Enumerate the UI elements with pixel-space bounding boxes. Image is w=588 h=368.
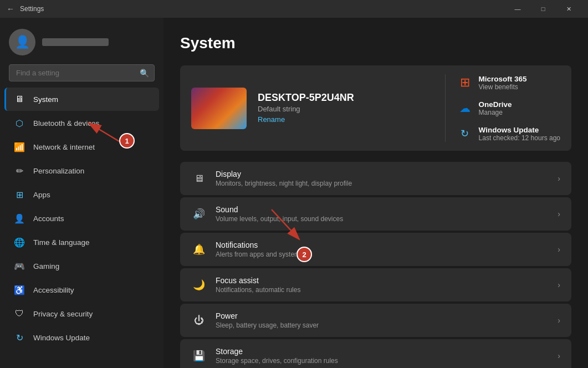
windows-update-icon: ↻ [13,331,25,344]
page-title: System [180,34,571,52]
notifications-title: Notifications [216,241,549,249]
sidebar-item-label: Accounts [33,214,64,223]
maximize-button[interactable]: □ [530,0,556,18]
sidebar-item-privacy[interactable]: 🛡 Privacy & security [4,302,159,325]
device-card: DESKTOP-5P2U4NR Default string Rename ⊞ … [180,65,571,151]
power-title: Power [216,311,549,320]
windows-update-action-title: Windows Update [479,126,560,134]
sidebar-item-windows-update[interactable]: ↻ Windows Update [4,326,159,349]
sidebar-item-label: Time & language [33,238,90,247]
sound-subtitle: Volume levels, output, input, sound devi… [216,215,549,223]
chevron-right-icon: › [558,174,560,183]
device-subtitle: Default string [258,105,434,113]
storage-title: Storage [216,347,549,356]
accessibility-icon: ♿ [13,284,25,296]
focus-assist-title: Focus assist [216,276,549,285]
sidebar-item-accessibility[interactable]: ♿ Accessibility [4,278,159,301]
sidebar-item-label: Network & internet [33,143,95,151]
annotation-badge-1: 1 [119,133,135,149]
onedrive-action[interactable]: ☁ OneDrive Manage [457,100,560,116]
sidebar-item-label: Privacy & security [33,310,93,318]
display-icon: 🖥 [191,171,207,186]
sidebar-item-label: Bluetooth & devices [33,119,99,127]
display-title: Display [216,170,549,178]
microsoft365-action[interactable]: ⊞ Microsoft 365 View benefits [457,74,560,91]
user-icon: 👤 [15,35,30,49]
microsoft365-title: Microsoft 365 [479,75,527,83]
username-placeholder [42,38,109,46]
chevron-right-icon: › [558,316,560,325]
sidebar-item-gaming[interactable]: 🎮 Gaming [4,254,159,278]
microsoft365-icon: ⊞ [457,74,473,91]
settings-list: 🖥 Display Monitors, brightness, night li… [180,162,571,368]
chevron-right-icon: › [558,280,560,289]
sidebar-item-label: Personalization [33,167,84,175]
window-title: Settings [20,5,44,13]
onedrive-title: OneDrive [479,100,512,109]
power-icon: ⏻ [191,313,207,328]
titlebar-left: ← Settings [7,4,44,13]
accounts-icon: 👤 [13,212,25,224]
privacy-icon: 🛡 [13,308,25,320]
power-subtitle: Sleep, battery usage, battery saver [216,321,549,329]
device-info: DESKTOP-5P2U4NR Default string Rename [258,92,434,124]
avatar: 👤 [9,29,35,55]
sidebar-item-bluetooth[interactable]: ⬡ Bluetooth & devices [4,111,159,135]
settings-row-sound[interactable]: 🔊 Sound Volume levels, output, input, so… [180,197,571,231]
settings-row-notifications[interactable]: 🔔 Notifications Alerts from apps and sys… [180,233,571,266]
close-button[interactable]: ✕ [556,0,581,18]
time-icon: 🌐 [13,236,25,248]
annotation-badge-2: 2 [296,247,312,262]
user-profile: 👤 [0,18,163,64]
rename-button[interactable]: Rename [258,115,285,124]
device-actions: ⊞ Microsoft 365 View benefits ☁ OneDrive… [445,74,560,142]
titlebar: ← Settings — □ ✕ [0,0,588,18]
windows-update-action-icon: ↻ [457,125,473,142]
chevron-right-icon: › [558,245,560,254]
settings-row-storage[interactable]: 💾 Storage Storage space, drives, configu… [180,339,571,368]
focus-assist-subtitle: Notifications, automatic rules [216,286,549,294]
search-icon: 🔍 [140,69,149,78]
onedrive-subtitle: Manage [479,109,512,116]
main-content: System DESKTOP-5P2U4NR Default string Re… [163,18,588,368]
storage-subtitle: Storage space, drives, configuration rul… [216,357,549,365]
bluetooth-icon: ⬡ [13,117,25,129]
sound-icon: 🔊 [191,206,207,222]
back-icon[interactable]: ← [7,4,14,13]
settings-row-focus-assist[interactable]: 🌙 Focus assist Notifications, automatic … [180,268,571,301]
focus-assist-icon: 🌙 [191,277,207,293]
sidebar-item-label: Gaming [33,262,59,270]
minimize-button[interactable]: — [505,0,530,18]
settings-row-display[interactable]: 🖥 Display Monitors, brightness, night li… [180,162,571,195]
network-icon: 📶 [13,141,25,153]
nav-menu: 🖥 System ⬡ Bluetooth & devices 📶 Network… [0,87,163,350]
sidebar-item-system[interactable]: 🖥 System [4,88,159,111]
app-body: 👤 🔍 🖥 System ⬡ Bl [0,18,588,368]
apps-icon: ⊞ [13,188,25,201]
sidebar: 👤 🔍 🖥 System ⬡ Bl [0,18,163,368]
microsoft365-subtitle: View benefits [479,83,527,91]
onedrive-icon: ☁ [457,100,473,116]
windows-update-action[interactable]: ↻ Windows Update Last checked: 12 hours … [457,125,560,142]
device-name: DESKTOP-5P2U4NR [258,92,434,104]
sidebar-item-network[interactable]: 📶 Network & internet [4,135,159,159]
chevron-right-icon: › [558,209,560,218]
notifications-icon: 🔔 [191,242,207,257]
personalization-icon: ✏ [13,165,25,177]
sidebar-item-apps[interactable]: ⊞ Apps [4,183,159,206]
sidebar-item-label: System [33,95,58,104]
gaming-icon: 🎮 [13,260,25,272]
sidebar-item-label: Apps [33,191,50,199]
sidebar-item-time[interactable]: 🌐 Time & language [4,231,159,254]
sidebar-item-label: Accessibility [33,286,74,294]
notifications-subtitle: Alerts from apps and system [216,251,549,258]
system-icon: 🖥 [13,93,25,105]
sidebar-item-accounts[interactable]: 👤 Accounts [4,207,159,230]
window-controls: — □ ✕ [505,0,581,18]
search-input[interactable] [9,64,155,81]
sidebar-item-label: Windows Update [33,334,90,342]
sidebar-item-personalization[interactable]: ✏ Personalization [4,159,159,182]
search-container: 🔍 [9,64,155,81]
settings-row-power[interactable]: ⏻ Power Sleep, battery usage, battery sa… [180,304,571,337]
chevron-right-icon: › [558,351,560,360]
